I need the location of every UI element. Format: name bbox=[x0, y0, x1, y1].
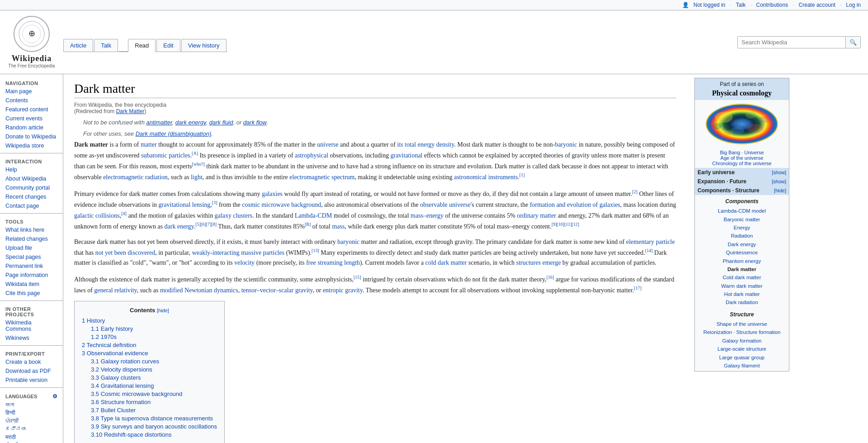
sidebar-item-page-info[interactable]: Page information bbox=[0, 271, 63, 280]
quintessence-link[interactable]: Quintessence bbox=[726, 250, 758, 255]
antimatter-link[interactable]: antimatter bbox=[146, 119, 172, 126]
sidebar-item-permanent[interactable]: Permanent link bbox=[0, 262, 63, 271]
phantom-energy-link[interactable]: Phantom energy bbox=[723, 258, 761, 264]
toc-item-3-10[interactable]: 3.10 Redshift-space distortions bbox=[91, 431, 217, 438]
sidebar-item-printable[interactable]: Printable version bbox=[0, 376, 63, 385]
sidebar-item-what-links[interactable]: What links here bbox=[0, 225, 63, 234]
edit-tab[interactable]: Edit bbox=[156, 39, 180, 52]
contributions-link[interactable]: Contributions bbox=[756, 2, 788, 8]
sidebar-item-wikinews[interactable]: Wikinews bbox=[0, 333, 63, 343]
toc-item-3-9[interactable]: 3.9 Sky surveys and baryon acoustic osci… bbox=[91, 423, 217, 430]
sidebar-item-community[interactable]: Community portal bbox=[0, 183, 63, 192]
sidebar-item-cite[interactable]: Cite this page bbox=[0, 289, 63, 298]
early-universe-section[interactable]: Early universe [show] bbox=[695, 168, 789, 177]
cold-dark-matter-link[interactable]: Cold dark matter bbox=[722, 275, 761, 280]
lang-hindi[interactable]: हिन्दी bbox=[0, 409, 63, 417]
components-structure-toggle[interactable]: [hide] bbox=[774, 188, 786, 193]
disambiguation-link[interactable]: Dark matter (disambiguation) bbox=[136, 130, 212, 137]
sidebar-item-related[interactable]: Related changes bbox=[0, 234, 63, 243]
logo-icon[interactable]: ⊕ bbox=[14, 16, 50, 52]
toc-title: Contents [hide] bbox=[82, 307, 217, 314]
sidebar-item-upload[interactable]: Upload file bbox=[0, 243, 63, 252]
sidebar-item-commons[interactable]: Wikimedia Commons bbox=[0, 318, 63, 333]
toc-item-1[interactable]: 1 History bbox=[82, 317, 217, 324]
toc-item-3-7[interactable]: 3.7 Bullet Cluster bbox=[91, 407, 217, 414]
sidebar-item-special[interactable]: Special pages bbox=[0, 252, 63, 262]
sidebar-item-random[interactable]: Random article bbox=[0, 123, 63, 132]
log-in-link[interactable]: Log in bbox=[846, 2, 861, 8]
sidebar-item-contact[interactable]: Contact page bbox=[0, 201, 63, 210]
warm-dark-matter-link[interactable]: Warm dark matter bbox=[721, 283, 763, 289]
dark-radiation-link[interactable]: Dark radiation bbox=[726, 300, 758, 305]
lang-kannada[interactable]: ಕನ್ನಡ bbox=[0, 425, 63, 433]
sidebar-item-events[interactable]: Current events bbox=[0, 114, 63, 123]
sidebar-item-donate[interactable]: Donate to Wikipedia bbox=[0, 132, 63, 141]
lang-marathi[interactable]: मराठी bbox=[0, 433, 63, 441]
toc-item-2[interactable]: 2 Technical definition bbox=[82, 342, 217, 348]
sidebar-item-wikidata[interactable]: Wikidata item bbox=[0, 280, 63, 289]
structure-formation-link[interactable]: Structure formation bbox=[736, 329, 781, 335]
talk-tab[interactable]: Talk bbox=[94, 39, 118, 52]
sidebar-item-recent[interactable]: Recent changes bbox=[0, 192, 63, 201]
large-scale-link[interactable]: Large-scale structure bbox=[717, 346, 766, 352]
lang-bangla[interactable]: বাংলা bbox=[0, 400, 63, 409]
expansion-future-section[interactable]: Expansion · Future [show] bbox=[695, 177, 789, 186]
dark-flow-link[interactable]: dark flow bbox=[243, 119, 266, 126]
toc-item-3-8[interactable]: 3.8 Type Ia supernova distance measureme… bbox=[91, 415, 217, 422]
lang-punjabi[interactable]: ਪੰਜਾਬੀ bbox=[0, 417, 63, 425]
sidebar-item-about[interactable]: About Wikipedia bbox=[0, 174, 63, 183]
dark-energy-info-link[interactable]: Dark energy bbox=[728, 242, 756, 247]
toc-item-1-2[interactable]: 1.2 1970s bbox=[91, 333, 217, 340]
age-of-universe-link[interactable]: Age of the universe bbox=[721, 155, 764, 161]
sidebar-item-contents[interactable]: Contents bbox=[0, 96, 63, 105]
logo-name[interactable]: Wikipedia bbox=[12, 54, 52, 63]
expansion-future-toggle[interactable]: [show] bbox=[772, 179, 786, 184]
lambda-cdm-link[interactable]: Lambda-CDM model bbox=[718, 208, 766, 214]
toc-item-3-6[interactable]: 3.6 Structure formation bbox=[91, 399, 217, 405]
toc-item-3-2[interactable]: 3.2 Velocity dispersions bbox=[91, 366, 217, 373]
large-quasar-link[interactable]: Large quasar group bbox=[719, 355, 764, 360]
toc-item-3-5[interactable]: 3.5 Cosmic microwave background bbox=[91, 391, 217, 397]
dark-energy-link[interactable]: dark energy bbox=[175, 119, 206, 126]
create-account-link[interactable]: Create account bbox=[799, 2, 835, 8]
universe-link[interactable]: Universe bbox=[744, 150, 764, 155]
sidebar-item-featured[interactable]: Featured content bbox=[0, 105, 63, 114]
toc-item-3-3[interactable]: 3.3 Galaxy clusters bbox=[91, 374, 217, 381]
language-settings-icon[interactable]: ⚙ bbox=[52, 393, 57, 400]
sidebar-item-create-book[interactable]: Create a book bbox=[0, 357, 63, 367]
lang-punjabi2[interactable]: ਪੰਜਾਬੀ bbox=[0, 441, 63, 443]
sidebar-item-store[interactable]: Wikipedia store bbox=[0, 141, 63, 150]
talk-link[interactable]: Talk bbox=[736, 2, 745, 8]
toc-hide-button[interactable]: [hide] bbox=[157, 308, 169, 313]
not-logged-in-label[interactable]: Not logged in bbox=[693, 2, 726, 8]
search-input[interactable] bbox=[737, 36, 846, 48]
search-button[interactable]: 🔍 bbox=[846, 36, 861, 48]
shape-universe-link[interactable]: Shape of the universe bbox=[717, 321, 767, 327]
early-universe-toggle[interactable]: [show] bbox=[772, 170, 786, 175]
view-history-tab[interactable]: View history bbox=[181, 39, 226, 52]
big-bang-link[interactable]: Big Bang bbox=[720, 150, 740, 155]
toc-item-3[interactable]: 3 Observational evidence bbox=[82, 350, 217, 357]
chronology-link[interactable]: Chronology of the universe bbox=[712, 161, 771, 166]
energy-link[interactable]: Energy bbox=[734, 225, 750, 230]
galaxy-formation-link[interactable]: Galaxy formation bbox=[722, 338, 762, 343]
reionization-link[interactable]: Reionization bbox=[703, 329, 732, 335]
languages-title: Languages ⚙ bbox=[0, 391, 63, 400]
expansion-future-label: Expansion · Future bbox=[698, 178, 746, 185]
hot-dark-matter-link[interactable]: Hot dark matter bbox=[724, 291, 760, 297]
sidebar-item-help[interactable]: Help bbox=[0, 165, 63, 174]
galaxy-filament-link[interactable]: Galaxy filament bbox=[724, 363, 760, 368]
read-tab[interactable]: Read bbox=[128, 39, 156, 52]
redirect-link[interactable]: Dark Matter bbox=[116, 108, 145, 114]
components-structure-section[interactable]: Components · Structure [hide] bbox=[695, 186, 789, 195]
toc-item-3-1[interactable]: 3.1 Galaxy rotation curves bbox=[91, 358, 217, 365]
sidebar-item-pdf[interactable]: Download as PDF bbox=[0, 367, 63, 376]
sidebar-item-main-page[interactable]: Main page bbox=[0, 87, 63, 96]
toc-item-3-4[interactable]: 3.4 Gravitational lensing bbox=[91, 382, 217, 389]
toc-item-1-1[interactable]: 1.1 Early history bbox=[91, 325, 217, 332]
dark-fluid-link[interactable]: dark fluid bbox=[209, 119, 233, 126]
from-label: From Wikipedia, the free encyclopedia bbox=[74, 102, 166, 108]
baryonic-matter-link[interactable]: Baryonic matter bbox=[724, 217, 760, 222]
radiation-link[interactable]: Radiation bbox=[731, 233, 753, 238]
article-tab[interactable]: Article bbox=[63, 39, 93, 52]
